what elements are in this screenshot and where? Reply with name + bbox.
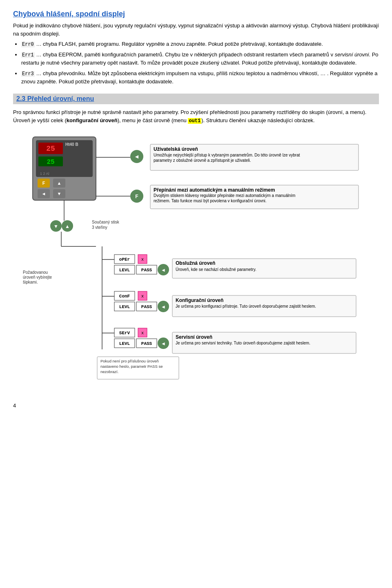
err0-code: Err0 <box>21 42 35 47</box>
svg-text:LEVL: LEVL <box>119 341 130 346</box>
svg-text:Pokud není pro příslušnou úrov: Pokud není pro příslušnou úroveň <box>100 359 159 363</box>
svg-text:nastaveno heslo, parametr PASS: nastaveno heslo, parametr PASS se <box>100 364 163 369</box>
svg-text:Obslužná úroveň: Obslužná úroveň <box>176 260 215 266</box>
svg-text:Je určena pro servisní technik: Je určena pro servisní techniky. Tuto úr… <box>176 341 310 345</box>
svg-text:Je určena pro konfiguraci přís: Je určena pro konfiguraci přístroje. Tut… <box>176 304 316 309</box>
svg-text:Současný  stisk: Současný stisk <box>92 220 120 224</box>
svg-text:PASS: PASS <box>141 304 152 309</box>
svg-text:25: 25 <box>47 159 54 166</box>
svg-text:LEVL: LEVL <box>119 268 130 273</box>
svg-text:úroveň vybírejte: úroveň vybírejte <box>23 275 52 279</box>
err1-text: … chyba EEPROM, paměti konfiguračních pa… <box>21 51 379 66</box>
err0-text: … chyba FLASH, paměti programu. Reguláto… <box>36 41 323 47</box>
err3-code: Err3 <box>21 71 35 77</box>
svg-text:Přepínání mezi automatickým a : Přepínání mezi automatickým a manuálním … <box>154 187 275 193</box>
svg-text:Umožňuje nejrychlejší přístup : Umožňuje nejrychlejší přístup k vybraným… <box>154 153 300 157</box>
svg-text:LEVL: LEVL <box>119 304 130 309</box>
svg-text:Úroveň, kde se nachází obslužn: Úroveň, kde se nachází obslužné parametr… <box>176 267 256 272</box>
svg-text:1  2  Al: 1 2 Al <box>40 172 49 176</box>
svg-text:Požadovanou: Požadovanou <box>23 270 48 275</box>
bold-konfiguracni: konfigurační úroveň <box>67 117 118 123</box>
svg-text:oPEr: oPEr <box>119 257 130 262</box>
svg-text:▲: ▲ <box>65 224 70 229</box>
err1-code: Err1 <box>21 52 35 58</box>
svg-text:▼: ▼ <box>57 191 62 196</box>
section2-title: 2.3 Přehled úrovní, menu <box>13 94 379 104</box>
svg-text:Konfigurační úroveň: Konfigurační úroveň <box>176 297 223 303</box>
svg-text:ConF: ConF <box>119 294 130 299</box>
diagram-container: 25 25 1 2 Al Ht40 B F ▲ ◄ ▼ ◄ Uživatelsk… <box>13 133 379 394</box>
svg-text:SErV: SErV <box>119 331 130 335</box>
svg-text:3 vteřiny: 3 vteřiny <box>92 225 107 230</box>
diagram-svg: 25 25 1 2 Al Ht40 B F ▲ ◄ ▼ ◄ Uživatelsk… <box>20 133 372 394</box>
section1-para1: Pokud je indikováno chybové hlášení, jso… <box>13 22 379 38</box>
err3-text: … chyba převodníku. Může být způsobena e… <box>21 70 377 85</box>
svg-text:šipkami.: šipkami. <box>23 280 38 284</box>
svg-text:◄: ◄ <box>134 153 140 160</box>
svg-text:režimem. Tato funkce musí být : režimem. Tato funkce musí být povolena v… <box>154 199 267 203</box>
svg-text:Uživatelská úroveň: Uživatelská úroveň <box>154 146 198 152</box>
svg-text:parametry z obslužné úrovně a : parametry z obslužné úrovně a zpřístupni… <box>154 158 251 163</box>
svg-text:▲: ▲ <box>57 181 62 186</box>
svg-text:F: F <box>135 194 138 199</box>
error-item-err0: Err0 … chyba FLASH, paměti programu. Reg… <box>21 40 379 48</box>
section1-title: Chybová hlášení, spodní displej <box>13 10 379 18</box>
svg-text:Servisní úroveň: Servisní úroveň <box>176 334 212 340</box>
svg-text:◄: ◄ <box>161 304 166 310</box>
page-number: 4 <box>13 402 379 409</box>
error-item-err1: Err1 … chyba EEPROM, paměti konfigurační… <box>21 51 379 67</box>
error-list: Err0 … chyba FLASH, paměti programu. Reg… <box>21 40 379 85</box>
svg-text:x: x <box>141 257 144 262</box>
svg-text:▼: ▼ <box>53 224 58 229</box>
svg-text:25: 25 <box>46 145 55 153</box>
svg-text:Dvojitým stiskem klávesy regul: Dvojitým stiskem klávesy regulátor přepí… <box>154 193 295 198</box>
svg-text:x: x <box>141 293 144 298</box>
svg-text:Ht40 B: Ht40 B <box>65 142 78 147</box>
svg-text:nezobrazí.: nezobrazí. <box>100 369 118 374</box>
svg-text:PASS: PASS <box>141 268 152 273</box>
error-item-err3: Err3 … chyba převodníku. Může být způsob… <box>21 69 379 86</box>
svg-text:◄: ◄ <box>161 341 166 347</box>
section2-para1: Pro správnou funkci přístroje je nutné s… <box>13 108 379 125</box>
svg-text:x: x <box>141 330 144 335</box>
svg-text:◄: ◄ <box>42 191 46 196</box>
out1-code: out1 <box>188 118 201 124</box>
svg-text:◄: ◄ <box>161 267 166 273</box>
svg-text:F: F <box>42 181 45 186</box>
svg-text:PASS: PASS <box>141 341 152 346</box>
